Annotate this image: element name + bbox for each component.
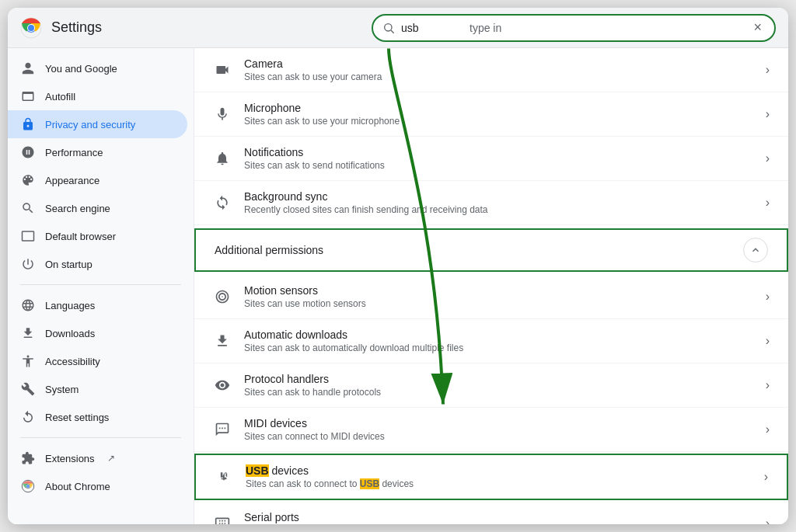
titlebar: Settings type in × (8, 8, 788, 48)
system-icon (20, 381, 36, 397)
protocol-handlers-text: Protocol handlers Sites can ask to handl… (244, 373, 753, 398)
midi-devices-desc: Sites can connect to MIDI devices (244, 431, 753, 442)
search-bar: type in × (372, 14, 776, 42)
sidebar-item-reset-settings[interactable]: Reset settings (8, 403, 187, 431)
appearance-icon (20, 172, 36, 188)
sidebar-item-appearance[interactable]: Appearance (8, 166, 187, 194)
microphone-desc: Sites can ask to use your microphone (244, 116, 753, 127)
permission-item-camera[interactable]: Camera Sites can ask to use your camera … (194, 48, 788, 92)
sidebar-item-on-startup[interactable]: On startup (8, 250, 187, 278)
sidebar-item-downloads[interactable]: Downloads (8, 319, 187, 347)
background-sync-arrow: › (766, 196, 770, 210)
microphone-arrow: › (766, 107, 770, 121)
search-clear-button[interactable]: × (750, 19, 765, 36)
sidebar-label-appearance: Appearance (45, 175, 100, 186)
automatic-downloads-title: Automatic downloads (244, 329, 753, 341)
permission-item-serial-ports[interactable]: Serial ports Sites can connect to serial… (194, 502, 788, 524)
permission-item-midi-devices[interactable]: MIDI devices Sites can connect to MIDI d… (194, 408, 788, 452)
permission-item-background-sync[interactable]: Background sync Recently closed sites ca… (194, 181, 788, 225)
serial-ports-title: Serial ports (244, 511, 753, 523)
permission-item-usb-devices[interactable]: USB devices Sites can ask to connect to … (194, 454, 788, 500)
background-sync-icon (213, 193, 232, 212)
reset-icon (20, 409, 36, 425)
microphone-text: Microphone Sites can ask to use your mic… (244, 102, 753, 127)
svg-point-2 (28, 25, 34, 31)
permission-item-motion-sensors[interactable]: Motion sensors Sites can use motion sens… (194, 275, 788, 319)
motion-sensors-arrow: › (766, 290, 770, 304)
sidebar-divider-2 (20, 437, 181, 438)
sidebar-label-about-chrome: About Chrome (45, 481, 110, 492)
lock-icon (20, 116, 36, 132)
camera-desc: Sites can ask to use your camera (244, 71, 753, 82)
search-engine-icon (20, 200, 36, 216)
sidebar-label-you-and-google: You and Google (45, 63, 117, 75)
notifications-title: Notifications (244, 146, 753, 158)
main-content: You and Google Autofill Privacy and secu… (8, 48, 788, 524)
svg-line-4 (391, 30, 394, 33)
sidebar-item-search-engine[interactable]: Search engine (8, 194, 187, 222)
camera-icon (213, 61, 232, 79)
automatic-downloads-icon (213, 332, 232, 350)
sidebar-item-autofill[interactable]: Autofill (8, 82, 187, 110)
permission-item-automatic-downloads[interactable]: Automatic downloads Sites can ask to aut… (194, 319, 788, 363)
automatic-downloads-text: Automatic downloads Sites can ask to aut… (244, 329, 753, 353)
usb-title-suffix: devices (269, 464, 309, 477)
sidebar-item-performance[interactable]: Performance (8, 138, 187, 166)
serial-ports-text: Serial ports Sites can connect to serial… (244, 511, 753, 524)
sidebar-item-extensions[interactable]: Extensions ↗ (8, 444, 187, 472)
search-icon (382, 22, 395, 34)
person-icon (20, 61, 36, 76)
search-type-hint: type in (470, 22, 501, 34)
search-input[interactable] (401, 22, 463, 34)
permission-item-protocol-handlers[interactable]: Protocol handlers Sites can ask to handl… (194, 363, 788, 408)
additional-permissions-label: Additional permissions (215, 244, 743, 256)
automatic-downloads-arrow: › (766, 334, 770, 348)
protocol-handlers-arrow: › (766, 378, 770, 392)
additional-permissions-header[interactable]: Additional permissions (194, 228, 788, 272)
notifications-desc: Sites can ask to send notifications (244, 160, 753, 171)
extensions-icon (20, 450, 36, 466)
midi-devices-icon (213, 420, 232, 439)
sidebar-item-privacy-and-security[interactable]: Privacy and security (8, 110, 187, 138)
page-title: Settings (51, 19, 102, 36)
collapse-button[interactable] (743, 238, 768, 263)
permission-item-microphone[interactable]: Microphone Sites can ask to use your mic… (194, 92, 788, 137)
sidebar-divider (20, 284, 181, 285)
autofill-icon (20, 89, 36, 104)
background-sync-desc: Recently closed sites can finish sending… (244, 204, 753, 215)
sidebar-item-system[interactable]: System (8, 375, 187, 403)
sidebar-label-privacy: Privacy and security (45, 119, 135, 130)
midi-devices-arrow: › (766, 422, 770, 436)
sidebar-label-search-engine: Search engine (45, 203, 110, 214)
motion-sensors-desc: Sites can use motion sensors (244, 298, 753, 309)
camera-title: Camera (244, 57, 753, 70)
usb-devices-title: USB devices (246, 464, 752, 477)
usb-highlight-1: USB (246, 464, 269, 477)
sidebar-label-system: System (45, 384, 79, 395)
usb-devices-text: USB devices Sites can ask to connect to … (246, 464, 752, 489)
sidebar-item-default-browser[interactable]: Default browser (8, 222, 187, 250)
permission-item-notifications[interactable]: Notifications Sites can ask to send noti… (194, 137, 788, 181)
sidebar-item-you-and-google[interactable]: You and Google (8, 54, 187, 82)
languages-icon (20, 297, 36, 313)
on-startup-icon (20, 256, 36, 272)
sidebar-item-about-chrome[interactable]: About Chrome (8, 472, 187, 500)
sidebar-item-languages[interactable]: Languages (8, 291, 187, 319)
midi-devices-title: MIDI devices (244, 417, 753, 429)
usb-devices-arrow: › (764, 470, 768, 484)
default-browser-icon (20, 228, 36, 244)
automatic-downloads-desc: Sites can ask to automatically download … (244, 342, 753, 353)
camera-arrow: › (766, 63, 770, 77)
usb-devices-desc: Sites can ask to connect to USB devices (246, 478, 752, 489)
extensions-external-icon: ↗ (107, 453, 115, 464)
notifications-arrow: › (766, 151, 770, 165)
serial-ports-icon (213, 514, 232, 524)
svg-point-3 (385, 23, 392, 30)
notifications-icon (213, 149, 232, 168)
camera-text: Camera Sites can ask to use your camera (244, 57, 753, 82)
svg-point-7 (26, 485, 30, 489)
notifications-text: Notifications Sites can ask to send noti… (244, 146, 753, 171)
sidebar-item-accessibility[interactable]: Accessibility (8, 347, 187, 375)
midi-devices-text: MIDI devices Sites can connect to MIDI d… (244, 417, 753, 442)
serial-ports-arrow: › (766, 516, 770, 524)
